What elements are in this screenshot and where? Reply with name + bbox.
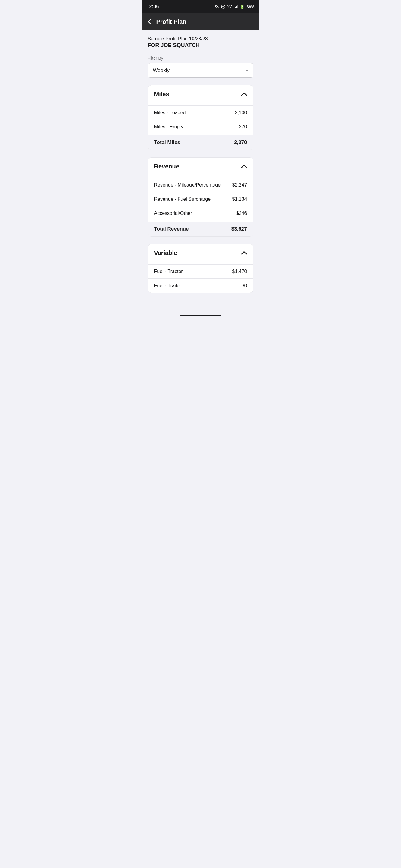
back-button[interactable] [147, 18, 153, 26]
status-time: 12:06 [147, 4, 159, 9]
fuel-tractor-value: $1,470 [232, 269, 247, 274]
miles-loaded-row: Miles - Loaded 2,100 [148, 105, 253, 120]
filter-select[interactable]: Weekly Daily Monthly Yearly [148, 63, 254, 78]
filter-label: Filter By [148, 56, 254, 61]
revenue-chevron-icon [241, 163, 247, 170]
variable-section-header[interactable]: Variable [148, 244, 253, 262]
signal-icon [234, 5, 238, 8]
revenue-mileage-value: $2,247 [232, 182, 247, 188]
miles-loaded-value: 2,100 [235, 110, 247, 116]
accessorial-other-value: $246 [236, 211, 247, 216]
miles-body: Miles - Loaded 2,100 Miles - Empty 270 T… [148, 103, 253, 150]
fuel-trailer-value: $0 [242, 283, 247, 288]
miles-loaded-label: Miles - Loaded [154, 110, 186, 116]
variable-title: Variable [154, 250, 177, 256]
miles-empty-row: Miles - Empty 270 [148, 120, 253, 134]
battery-level: 68% [247, 4, 254, 9]
svg-rect-10 [237, 5, 238, 8]
revenue-fuel-surcharge-label: Revenue - Fuel Surcharge [154, 196, 211, 202]
miles-section-header[interactable]: Miles [148, 85, 253, 103]
revenue-section-header[interactable]: Revenue [148, 158, 253, 176]
page-title: Profit Plan [156, 19, 187, 25]
revenue-fuel-surcharge-value: $1,134 [232, 196, 247, 202]
svg-rect-2 [217, 6, 219, 7]
total-miles-label: Total Miles [154, 140, 180, 146]
svg-rect-7 [234, 7, 235, 8]
svg-rect-9 [236, 6, 237, 8]
wifi-icon [227, 5, 232, 8]
total-miles-value: 2,370 [234, 140, 247, 146]
main-content: Sample Profit Plan 10/23/23 FOR JOE SQUA… [142, 30, 259, 312]
key-icon [214, 5, 219, 8]
svg-point-1 [216, 6, 216, 7]
fuel-trailer-label: Fuel - Trailer [154, 283, 181, 288]
miles-empty-value: 270 [239, 124, 247, 130]
miles-chevron-icon [241, 91, 247, 97]
filter-wrapper: Weekly Daily Monthly Yearly ▼ [148, 63, 254, 78]
accessorial-other-label: Accessorial/Other [154, 211, 192, 216]
total-revenue-row: Total Revenue $3,627 [148, 221, 253, 236]
nav-bar: Profit Plan [142, 13, 259, 30]
fuel-tractor-row: Fuel - Tractor $1,470 [148, 264, 253, 278]
plan-name: FOR JOE SQUATCH [148, 42, 254, 49]
fuel-tractor-label: Fuel - Tractor [154, 269, 183, 274]
total-revenue-value: $3,627 [231, 226, 247, 232]
variable-chevron-icon [241, 250, 247, 256]
variable-body: Fuel - Tractor $1,470 Fuel - Trailer $0 [148, 262, 253, 293]
fuel-trailer-row: Fuel - Trailer $0 [148, 278, 253, 293]
home-indicator [142, 312, 259, 317]
home-bar [180, 315, 221, 316]
svg-rect-4 [219, 7, 219, 7]
plan-subtitle: Sample Profit Plan 10/23/23 [148, 36, 254, 41]
status-icons: 🔋 68% [214, 4, 254, 9]
dnd-icon [221, 4, 225, 9]
revenue-title: Revenue [154, 163, 179, 170]
revenue-section: Revenue Revenue - Mileage/Percentage $2,… [148, 157, 254, 237]
total-revenue-label: Total Revenue [154, 226, 189, 232]
revenue-mileage-label: Revenue - Mileage/Percentage [154, 182, 221, 188]
revenue-fuel-surcharge-row: Revenue - Fuel Surcharge $1,134 [148, 192, 253, 206]
revenue-body: Revenue - Mileage/Percentage $2,247 Reve… [148, 176, 253, 236]
miles-empty-label: Miles - Empty [154, 124, 183, 130]
total-miles-row: Total Miles 2,370 [148, 135, 253, 150]
accessorial-other-row: Accessorial/Other $246 [148, 206, 253, 220]
svg-rect-3 [218, 7, 219, 7]
revenue-mileage-row: Revenue - Mileage/Percentage $2,247 [148, 178, 253, 192]
miles-title: Miles [154, 91, 169, 98]
svg-rect-8 [235, 7, 236, 8]
status-bar: 12:06 🔋 [142, 0, 259, 13]
miles-section: Miles Miles - Loaded 2,100 Miles - Empty… [148, 85, 254, 150]
battery-icon: 🔋 [240, 4, 245, 9]
variable-section: Variable Fuel - Tractor $1,470 Fuel - Tr… [148, 244, 254, 293]
